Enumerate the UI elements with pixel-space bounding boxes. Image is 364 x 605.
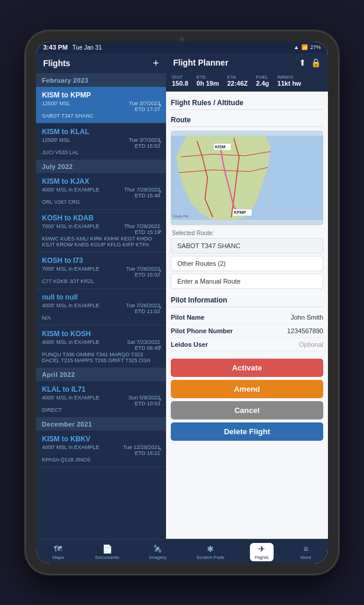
pilot-info-title: Pilot Information bbox=[171, 294, 323, 307]
flight-item-kism-kpmp[interactable]: KISM to KPMP 12500' MSL Tue 3/7/2023ETD … bbox=[36, 87, 166, 123]
flight-date: Tue 3/7/2023ETD 15:53 bbox=[129, 137, 160, 149]
flight-item-kosh-kdab[interactable]: KOSH to KDAB 7000' MSL in EXAMPLE Thur 7… bbox=[36, 210, 166, 252]
stat-fuel: Fuel 2.4g bbox=[256, 74, 269, 87]
flight-details-row: 4000' MSL in EXAMPLE Tue 12/28/2021ETD 1… bbox=[42, 444, 160, 456]
selected-route-label: Selected Route: bbox=[171, 230, 323, 236]
tab-documents-label: Documents bbox=[95, 555, 119, 560]
flight-route: KOSH to KDAB bbox=[42, 214, 160, 222]
svg-text:KPMP: KPMP bbox=[234, 210, 246, 215]
action-buttons: Activate Amend Cancel Delete Flight bbox=[171, 355, 323, 444]
flight-rules-title: Flight Rules / Altitude bbox=[171, 96, 323, 110]
tab-scratchpads-label: Scratch Pads bbox=[196, 555, 225, 560]
flight-details-row: 4000' MSL in EXAMPLE Thur 7/28/2022ETD 1… bbox=[42, 187, 160, 199]
pilot-name-row: Pilot Name John Smith bbox=[171, 311, 323, 324]
chevron-right-icon: › bbox=[159, 303, 161, 311]
tab-imagery[interactable]: 🛰 Imagery bbox=[145, 543, 171, 561]
delete-flight-button[interactable]: Delete Flight bbox=[171, 422, 323, 441]
other-routes-option[interactable]: Other Routes (2) bbox=[171, 256, 323, 271]
wifi-icon: 📶 bbox=[301, 44, 308, 50]
flight-date: Sun 5/8/2022ETD 10:53 bbox=[128, 395, 160, 406]
imagery-icon: 🛰 bbox=[154, 544, 162, 554]
chevron-right-icon: › bbox=[159, 445, 161, 453]
tab-flights[interactable]: ✈ Flights bbox=[250, 543, 274, 561]
flight-route: KISM to KPMP bbox=[42, 91, 160, 99]
stat-ete-label: ETE bbox=[197, 74, 219, 80]
flight-waypoints: KMWC KUES KMLI KIRK KMHK KEGT KHDO KSJT … bbox=[42, 236, 160, 248]
flight-item-kism-klal[interactable]: KISM to KLAL 12500' MSL Tue 3/7/2023ETD … bbox=[36, 123, 166, 160]
flight-date: Tue 3/7/2023ETD 17:27 bbox=[129, 100, 160, 112]
tab-flights-label: Flights bbox=[255, 555, 269, 560]
flight-waypoints: C77 KDKB JOT KRZL bbox=[42, 278, 160, 284]
flight-waypoints: PUNQU T336 OMMNI T341 MARQO T323 DACEL T… bbox=[42, 352, 160, 363]
signal-icon: ▲ bbox=[294, 44, 299, 50]
flight-altitude: 4000' MSL in EXAMPLE bbox=[42, 444, 99, 456]
save-icon[interactable]: 🔒 bbox=[311, 58, 321, 67]
flight-details-row: 4000' MSL in EXAMPLE Tue 7/26/2022ETD 11… bbox=[42, 302, 160, 314]
planner-action-icons: ⬆ 🔒 bbox=[299, 58, 321, 67]
stat-winds-value: 11kt hw bbox=[277, 80, 301, 87]
tab-documents[interactable]: 📄 Documents bbox=[90, 543, 124, 561]
cancel-button[interactable]: Cancel bbox=[171, 401, 323, 419]
flight-route: KISM to KJAX bbox=[42, 177, 160, 186]
flight-altitude: 4000' MSL in EXAMPLE bbox=[42, 395, 99, 406]
svg-text:©AvEx FM: ©AvEx FM bbox=[173, 214, 188, 218]
more-icon: ≡ bbox=[303, 544, 308, 554]
leidos-label: Leidos User bbox=[171, 341, 208, 348]
flight-item-kism-kosh[interactable]: KISM to KOSH 4000' MSL in EXAMPLE Sat 7/… bbox=[36, 326, 166, 368]
flights-header: Flights + bbox=[36, 53, 166, 74]
flight-date: Thur 7/28/2022ETD 15:19 bbox=[124, 223, 160, 235]
pilot-section: Pilot Information Pilot Name John Smith … bbox=[171, 294, 323, 352]
flight-altitude: 4000' MSL in EXAMPLE bbox=[42, 339, 99, 351]
flight-altitude: 7000' MSL in EXAMPLE bbox=[42, 223, 99, 235]
tab-maps[interactable]: 🗺 Maps bbox=[46, 543, 70, 561]
share-icon[interactable]: ⬆ bbox=[299, 58, 306, 67]
tab-imagery-label: Imagery bbox=[150, 555, 167, 560]
flight-details-row: 7000' MSL in EXAMPLE Thur 7/28/2022ETD 1… bbox=[42, 223, 160, 235]
stat-fuel-value: 2.4g bbox=[256, 80, 269, 87]
planner-header: Flight Planner ⬆ 🔒 bbox=[166, 53, 328, 72]
status-time: 3:43 PM bbox=[43, 44, 68, 51]
tab-more[interactable]: ≡ More bbox=[294, 543, 318, 561]
amend-button[interactable]: Amend bbox=[171, 380, 323, 398]
screen: 3:43 PM Tue Jan 31 ▲ 📶 27% Flights + Feb… bbox=[36, 41, 328, 564]
flight-details-row: 4000' MSL in EXAMPLE Sun 5/8/2022ETD 10:… bbox=[42, 395, 160, 406]
flight-item-klal-il71[interactable]: KLAL to IL71 4000' MSL in EXAMPLE Sun 5/… bbox=[36, 381, 166, 418]
stat-ete: ETE 0h 19m bbox=[197, 74, 219, 87]
stats-row: DIST 150.8 ETE 0h 19m ETA 22:46Z Fuel 2.… bbox=[166, 72, 328, 92]
tab-maps-label: Maps bbox=[53, 555, 64, 560]
flight-waypoints: N/A bbox=[42, 315, 160, 321]
tab-bar: 🗺 Maps 📄 Documents 🛰 Imagery ✱ Scratch P… bbox=[36, 539, 328, 564]
svg-text:KISM: KISM bbox=[215, 145, 226, 149]
flight-item-null-null[interactable]: null to null 4000' MSL in EXAMPLE Tue 7/… bbox=[36, 289, 166, 326]
pilot-phone-value: 1234567890 bbox=[287, 327, 323, 334]
stat-fuel-label: Fuel bbox=[256, 74, 269, 80]
flights-icon: ✈ bbox=[258, 544, 265, 554]
flights-panel-title: Flights bbox=[43, 58, 70, 68]
section-april-2022: April 2022 bbox=[36, 368, 166, 381]
scratchpads-icon: ✱ bbox=[207, 544, 214, 554]
chevron-right-icon: › bbox=[159, 187, 161, 196]
stat-dist-label: DIST bbox=[172, 74, 188, 80]
planner-panel: Flight Planner ⬆ 🔒 DIST 150.8 ETE 0h 19m bbox=[166, 53, 328, 539]
section-july-2022: July 2022 bbox=[36, 160, 166, 173]
chevron-right-icon: › bbox=[159, 266, 161, 275]
pilot-name-label: Pilot Name bbox=[171, 314, 204, 321]
flight-item-kosh-i73[interactable]: KOSH to I73 7000' MSL in EXAMPLE Tue 7/2… bbox=[36, 252, 166, 289]
tab-scratchpads[interactable]: ✱ Scratch Pads bbox=[191, 543, 229, 561]
status-bar: 3:43 PM Tue Jan 31 ▲ 📶 27% bbox=[36, 41, 328, 53]
activate-button[interactable]: Activate bbox=[171, 359, 323, 377]
maps-icon: 🗺 bbox=[54, 544, 62, 554]
route-map[interactable]: KISM KPMP ©AvEx FM bbox=[171, 131, 323, 225]
planner-title: Flight Planner bbox=[173, 58, 228, 67]
stat-winds: Winds 11kt hw bbox=[277, 74, 301, 87]
flight-waypoints: DIRECT bbox=[42, 407, 160, 413]
add-flight-button[interactable]: + bbox=[152, 58, 159, 69]
flight-item-kism-kbkv[interactable]: KISM to KBKV 4000' MSL in EXAMPLE Tue 12… bbox=[36, 431, 166, 467]
manual-route-option[interactable]: Enter a Manual Route bbox=[171, 274, 323, 289]
selected-route-option[interactable]: SABOT T347 SHANC bbox=[171, 238, 323, 253]
stat-eta: ETA 22:46Z bbox=[227, 74, 248, 87]
flight-altitude: 7000' MSL in EXAMPLE bbox=[42, 266, 99, 278]
flight-item-kism-kjax[interactable]: KISM to KJAX 4000' MSL in EXAMPLE Thur 7… bbox=[36, 173, 166, 210]
chevron-right-icon: › bbox=[159, 395, 161, 404]
flight-altitude: 4000' MSL in EXAMPLE bbox=[42, 187, 99, 199]
